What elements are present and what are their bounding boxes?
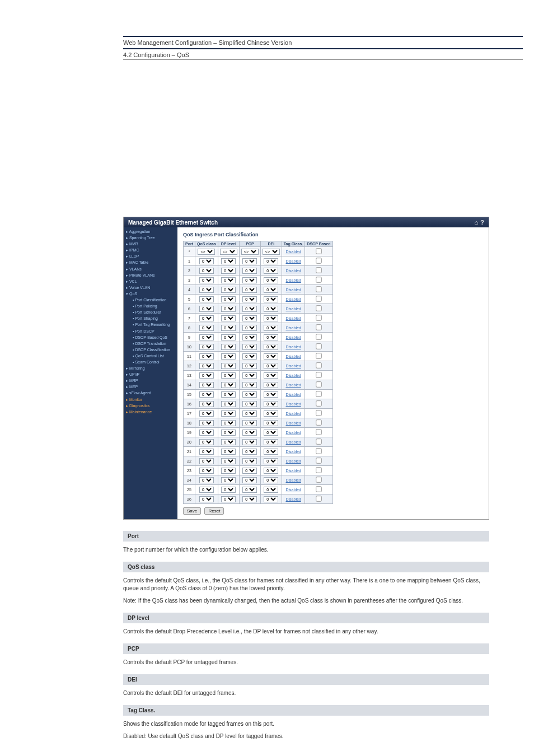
tag-class-link[interactable]: Disabled <box>285 364 301 368</box>
tag-class-link[interactable]: Disabled <box>285 383 301 387</box>
sidebar-item[interactable]: ▾ QoS <box>124 291 177 297</box>
dscp-checkbox[interactable] <box>316 286 321 292</box>
sidebar-item[interactable]: ▸ MEP <box>124 384 177 390</box>
value-select[interactable]: 0 <box>221 401 236 407</box>
value-select[interactable]: 0 <box>264 287 278 293</box>
value-select[interactable]: 0 <box>221 325 236 331</box>
sidebar-item[interactable]: • QoS Control List <box>124 353 177 359</box>
tag-class-link[interactable]: Disabled <box>285 402 301 406</box>
value-select[interactable]: 0 <box>264 420 278 426</box>
value-select[interactable]: 0 <box>264 458 278 464</box>
value-select[interactable]: 0 <box>242 334 257 340</box>
dscp-checkbox[interactable] <box>316 334 321 339</box>
value-select[interactable]: 0 <box>199 315 214 321</box>
value-select[interactable]: 0 <box>264 315 278 321</box>
dscp-checkbox[interactable] <box>316 391 321 396</box>
value-select[interactable]: 0 <box>264 334 278 340</box>
tag-class-link[interactable]: Disabled <box>285 269 301 273</box>
value-select[interactable]: 0 <box>264 363 278 369</box>
value-select[interactable]: 0 <box>264 468 278 474</box>
dscp-checkbox[interactable] <box>316 486 321 492</box>
tag-class-link[interactable]: Disabled <box>285 469 301 473</box>
dscp-checkbox[interactable] <box>316 258 321 263</box>
tag-class-link[interactable]: Disabled <box>285 335 301 339</box>
tag-class-link[interactable]: Disabled <box>285 412 301 416</box>
tag-class-link[interactable]: Disabled <box>285 307 301 311</box>
value-select[interactable]: 0 <box>242 306 257 312</box>
value-select[interactable]: 0 <box>221 315 236 321</box>
reset-button[interactable]: Reset <box>204 507 224 515</box>
value-select[interactable]: 0 <box>199 439 214 445</box>
value-select[interactable]: 0 <box>221 268 236 274</box>
dscp-checkbox[interactable] <box>316 372 321 377</box>
value-select[interactable]: 0 <box>221 372 236 379</box>
value-select[interactable]: 0 <box>264 306 278 312</box>
sidebar-item[interactable]: ▸ MRP <box>124 377 177 384</box>
home-icon[interactable]: ⌂ <box>475 219 479 226</box>
value-select[interactable]: 0 <box>264 258 278 264</box>
value-select[interactable]: 0 <box>264 401 278 407</box>
value-select[interactable]: 0 <box>242 296 257 302</box>
value-select[interactable]: 0 <box>242 268 257 274</box>
tag-class-link[interactable]: Disabled <box>285 440 301 444</box>
sidebar-item[interactable]: ▸ Private VLANs <box>124 272 177 278</box>
value-select[interactable]: 0 <box>242 487 257 493</box>
value-select[interactable]: 0 <box>242 372 257 379</box>
value-select[interactable]: 0 <box>264 477 278 483</box>
value-select[interactable]: 0 <box>242 325 257 331</box>
value-select[interactable]: 0 <box>199 420 214 426</box>
value-select[interactable]: 0 <box>264 430 278 436</box>
value-select[interactable]: 0 <box>242 258 257 264</box>
dscp-checkbox[interactable] <box>316 496 321 501</box>
tag-class-link[interactable]: Disabled <box>285 421 301 425</box>
value-select[interactable]: 0 <box>199 477 214 483</box>
dscp-checkbox[interactable] <box>316 429 321 435</box>
value-select[interactable]: 0 <box>221 487 236 493</box>
sidebar-item[interactable]: • DSCP Translation <box>124 340 177 347</box>
tag-class-link[interactable]: Disabled <box>285 288 301 292</box>
tag-class-link[interactable]: Disabled <box>285 297 301 301</box>
value-select[interactable]: 0 <box>199 449 214 455</box>
dscp-checkbox[interactable] <box>316 381 321 387</box>
sidebar-item[interactable]: • Storm Control <box>124 359 177 365</box>
tag-class-link[interactable]: Disabled <box>285 326 301 330</box>
value-select[interactable]: 0 <box>199 401 214 407</box>
value-select[interactable]: 0 <box>199 430 214 436</box>
sidebar-item[interactable]: • Port Tag Remarking <box>124 321 177 328</box>
tag-class-link[interactable]: Disabled <box>285 250 301 254</box>
value-select[interactable]: 0 <box>221 420 236 426</box>
sidebar-item[interactable]: ▸ VCL <box>124 278 177 284</box>
value-select[interactable]: 0 <box>221 296 236 302</box>
sidebar-item[interactable]: ▸ sFlow Agent <box>124 390 177 396</box>
help-icon[interactable]: ? <box>480 219 484 226</box>
value-select[interactable]: 0 <box>199 458 214 464</box>
tag-class-link[interactable]: Disabled <box>285 431 301 435</box>
value-select[interactable]: 0 <box>199 325 214 331</box>
value-select[interactable]: 0 <box>221 363 236 369</box>
value-select[interactable]: 0 <box>221 391 236 398</box>
sidebar-item[interactable]: ▸ Mirroring <box>124 365 177 371</box>
tag-class-link[interactable]: Disabled <box>285 393 301 396</box>
value-select[interactable]: 0 <box>264 372 278 379</box>
tag-class-link[interactable]: Disabled <box>285 259 301 263</box>
dscp-checkbox[interactable] <box>316 400 321 406</box>
value-select[interactable]: 0 <box>242 401 257 407</box>
value-select[interactable]: 0 <box>242 468 257 474</box>
value-select[interactable]: 0 <box>199 382 214 388</box>
value-select[interactable]: 0 <box>221 258 236 264</box>
value-select[interactable]: 0 <box>264 496 278 502</box>
value-select[interactable]: 0 <box>264 277 278 283</box>
value-select[interactable]: <> <box>263 249 280 255</box>
value-select[interactable]: <> <box>220 249 237 255</box>
sidebar-item[interactable]: • DSCP-Based QoS <box>124 334 177 340</box>
sidebar-item[interactable]: • Port DSCP <box>124 328 177 334</box>
tag-class-link[interactable]: Disabled <box>285 345 301 349</box>
value-select[interactable]: 0 <box>221 439 236 445</box>
value-select[interactable]: 0 <box>264 325 278 331</box>
value-select[interactable]: 0 <box>199 391 214 398</box>
value-select[interactable]: 0 <box>264 268 278 274</box>
value-select[interactable]: 0 <box>221 334 236 340</box>
sidebar-item[interactable]: ▸ MVR <box>124 241 177 247</box>
sidebar-item[interactable]: • Port Classification <box>124 297 177 303</box>
dscp-checkbox[interactable] <box>316 438 321 444</box>
